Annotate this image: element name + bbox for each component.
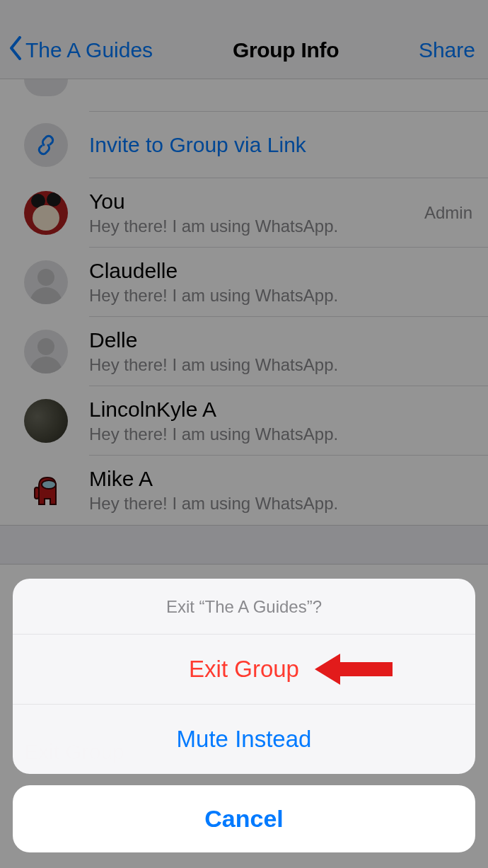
participant-row[interactable]: LincolnKyle A Hey there! I am using What… — [0, 386, 488, 456]
section-separator — [0, 525, 488, 565]
chevron-left-icon — [8, 36, 23, 64]
link-icon — [24, 123, 68, 167]
truncated-row — [0, 79, 488, 111]
action-sheet: Exit “The A Guides”? Exit Group Mute Ins… — [0, 579, 488, 868]
participant-name: Mike A — [89, 467, 472, 491]
svg-rect-1 — [35, 487, 39, 499]
share-button[interactable]: Share — [419, 38, 475, 62]
cancel-label: Cancel — [204, 805, 284, 832]
avatar — [24, 399, 68, 443]
participant-name: Claudelle — [89, 259, 472, 283]
participant-status: Hey there! I am using WhatsApp. — [89, 494, 472, 514]
exit-group-label: Exit Group — [189, 656, 299, 682]
mute-instead-button[interactable]: Mute Instead — [13, 705, 475, 774]
svg-point-0 — [42, 480, 56, 489]
avatar-placeholder — [24, 79, 68, 96]
participant-status: Hey there! I am using WhatsApp. — [89, 355, 472, 375]
participant-status: Hey there! I am using WhatsApp. — [89, 216, 419, 236]
participant-status: Hey there! I am using WhatsApp. — [89, 286, 472, 306]
page-title: Group Info — [233, 38, 339, 62]
cancel-button[interactable]: Cancel — [13, 785, 475, 852]
participant-name: LincolnKyle A — [89, 398, 472, 422]
avatar — [24, 191, 68, 235]
svg-marker-2 — [315, 654, 393, 685]
participant-name: You — [89, 190, 419, 214]
invite-link-label: Invite to Group via Link — [89, 133, 472, 157]
invite-link-row[interactable]: Invite to Group via Link — [0, 112, 488, 178]
participant-row[interactable]: Delle Hey there! I am using WhatsApp. — [0, 317, 488, 386]
back-button[interactable]: The A Guides — [8, 36, 153, 64]
group-info-screen: The A Guides Group Info Share Invite to … — [0, 0, 488, 868]
exit-group-button[interactable]: Exit Group — [13, 635, 475, 705]
participant-row[interactable]: Mike A Hey there! I am using WhatsApp. — [0, 456, 488, 525]
participant-status: Hey there! I am using WhatsApp. — [89, 424, 472, 444]
admin-badge: Admin — [424, 203, 472, 223]
avatar — [24, 260, 68, 304]
participant-row[interactable]: You Hey there! I am using WhatsApp. Admi… — [0, 178, 488, 248]
mute-instead-label: Mute Instead — [177, 726, 312, 752]
annotation-arrow-icon — [315, 649, 393, 689]
back-label: The A Guides — [25, 38, 153, 62]
action-sheet-title: Exit “The A Guides”? — [13, 579, 475, 635]
participant-name: Delle — [89, 328, 472, 352]
avatar — [24, 468, 68, 512]
participants-section: Invite to Group via Link You Hey there! … — [0, 79, 488, 525]
participant-row[interactable]: Claudelle Hey there! I am using WhatsApp… — [0, 248, 488, 317]
nav-bar: The A Guides Group Info Share — [0, 0, 488, 79]
avatar — [24, 330, 68, 374]
